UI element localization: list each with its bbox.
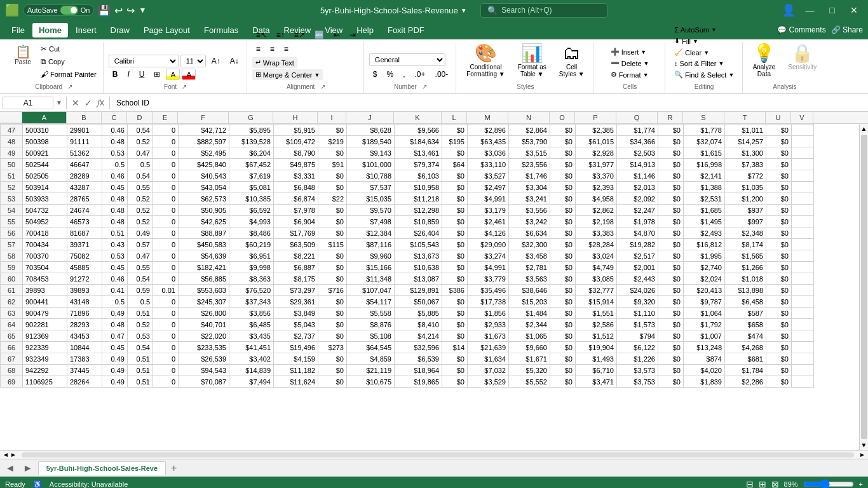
cell-p[interactable]: $3,471 xyxy=(576,376,617,388)
col-header-e[interactable]: E xyxy=(153,112,178,123)
cell-n[interactable]: $5,320 xyxy=(509,365,550,376)
scroll-right-btn[interactable]: ► xyxy=(10,451,17,458)
cell-g[interactable]: $14,839 xyxy=(229,365,274,376)
cell-o[interactable]: $0 xyxy=(550,182,576,193)
cell-n[interactable]: $6,634 xyxy=(509,227,550,239)
cell-g[interactable]: $8,363 xyxy=(229,273,274,285)
cell-t[interactable]: $2,286 xyxy=(725,376,766,388)
cell-c[interactable]: 0.48 xyxy=(102,216,128,227)
cell-i[interactable]: $91 xyxy=(318,159,347,170)
cell-e[interactable]: 0 xyxy=(153,227,179,239)
cell-s[interactable]: $1,792 xyxy=(684,319,725,330)
merge-center-button[interactable]: ⊞ Merge & Center ▼ xyxy=(252,69,323,80)
cell-s[interactable]: $13,248 xyxy=(684,342,725,353)
table-row[interactable]: 47500310299010.460.540$42,712$5,895$5,91… xyxy=(1,125,814,136)
search-placeholder[interactable]: Search (Alt+Q) xyxy=(501,6,552,15)
cell-n[interactable]: $1,484 xyxy=(509,308,550,319)
cell-h[interactable]: $6,887 xyxy=(274,262,318,273)
cell-p[interactable]: $1,551 xyxy=(576,308,617,319)
cell-j[interactable]: $64,545 xyxy=(347,342,395,353)
scroll-down-btn[interactable]: ▼ xyxy=(861,442,867,449)
cell-u[interactable]: $0 xyxy=(766,296,792,308)
cell-s[interactable]: $9,787 xyxy=(684,296,725,308)
cell-d[interactable]: 0.51 xyxy=(128,353,153,365)
conditional-formatting-button[interactable]: 🎨 ConditionalFormatting ▼ xyxy=(461,40,510,80)
cell-h[interactable]: $3,331 xyxy=(274,170,318,182)
cell-q[interactable]: $794 xyxy=(617,330,658,342)
h-scroll-thumb[interactable] xyxy=(22,452,854,458)
wrap-text-button[interactable]: ↵ Wrap Text xyxy=(252,57,297,68)
cell-v[interactable] xyxy=(792,170,814,182)
cell-a[interactable]: 500398 xyxy=(23,136,67,147)
cell-d[interactable]: 0.5 xyxy=(128,296,153,308)
table-row[interactable]: 51502505282890.460.540$40,543$7,619$3,33… xyxy=(1,170,814,182)
col-header-k[interactable]: K xyxy=(394,112,442,123)
cell-r[interactable]: $0 xyxy=(658,330,684,342)
cell-o[interactable]: $0 xyxy=(550,205,576,216)
cell-j[interactable]: $8,628 xyxy=(347,125,395,136)
cell-u[interactable]: $0 xyxy=(766,353,792,365)
cell-f[interactable]: $52,495 xyxy=(179,147,229,159)
cell-i[interactable]: $716 xyxy=(318,285,347,296)
cell-c[interactable]: 0.45 xyxy=(102,262,128,273)
cell-a[interactable]: 922339 xyxy=(23,342,67,353)
font-size-select[interactable]: 11 xyxy=(180,55,206,67)
cell-m[interactable]: $2,896 xyxy=(468,125,509,136)
cell-j[interactable]: $4,859 xyxy=(347,353,395,365)
cell-b[interactable]: 75082 xyxy=(67,250,102,262)
col-header-g[interactable]: G xyxy=(229,112,273,123)
cell-h[interactable]: $109,472 xyxy=(274,136,318,147)
cell-g[interactable]: $5,081 xyxy=(229,182,274,193)
cell-o[interactable]: $0 xyxy=(550,227,576,239)
cell-k[interactable]: $50,067 xyxy=(395,296,442,308)
cell-l[interactable]: $0 xyxy=(442,365,468,376)
cell-n[interactable]: $2,344 xyxy=(509,319,550,330)
table-row[interactable]: 66922339108440.450.540$233,535$41,451$19… xyxy=(1,342,814,353)
table-row[interactable]: 65912369434530.470.530$22,020$3,435$2,73… xyxy=(1,330,814,342)
cell-a[interactable]: 502505 xyxy=(23,170,67,182)
cell-q[interactable]: $1,573 xyxy=(617,319,658,330)
table-row[interactable]: 691106925282640.490.510$70,087$7,494$11,… xyxy=(1,376,814,388)
normal-view-btn[interactable]: ⊟ xyxy=(746,479,754,488)
cell-o[interactable]: $0 xyxy=(550,193,576,205)
col-header-u[interactable]: U xyxy=(766,112,791,123)
cell-s[interactable]: $1,995 xyxy=(684,250,725,262)
col-header-o[interactable]: O xyxy=(550,112,575,123)
col-header-r[interactable]: R xyxy=(658,112,683,123)
table-row[interactable]: 49500921513620.530.470$52,495$6,204$8,79… xyxy=(1,147,814,159)
cell-f[interactable]: $882,597 xyxy=(179,136,229,147)
cell-q[interactable]: $3,573 xyxy=(617,365,658,376)
cell-i[interactable]: $273 xyxy=(318,342,347,353)
fill-button[interactable]: ⬇ Fill ▼ xyxy=(671,36,737,46)
horizontal-scrollbar[interactable]: ◄ ► ► xyxy=(0,450,868,459)
sheet-grid[interactable]: 47500310299010.460.540$42,712$5,895$5,91… xyxy=(0,124,859,450)
cell-p[interactable]: $4,958 xyxy=(576,193,617,205)
cell-t[interactable]: $937 xyxy=(725,205,766,216)
cell-j[interactable]: $7,498 xyxy=(347,216,395,227)
cell-b[interactable]: 91111 xyxy=(67,136,102,147)
dec-increase-btn[interactable]: .0+ xyxy=(411,69,430,80)
cell-o[interactable]: $0 xyxy=(550,319,576,330)
cell-q[interactable]: $4,870 xyxy=(617,227,658,239)
col-header-d[interactable]: D xyxy=(127,112,153,123)
menu-home[interactable]: Home xyxy=(32,23,68,37)
cell-g[interactable]: $7,619 xyxy=(229,170,274,182)
cell-j[interactable]: $11,348 xyxy=(347,273,395,285)
cell-a[interactable]: 39893 xyxy=(23,285,67,296)
cell-h[interactable]: $6,904 xyxy=(274,216,318,227)
cell-a[interactable]: 503933 xyxy=(23,193,67,205)
table-row[interactable]: 54504732246740.480.520$50,905$6,592$7,97… xyxy=(1,205,814,216)
cell-m[interactable]: $1,634 xyxy=(468,353,509,365)
cell-i[interactable]: $0 xyxy=(318,273,347,285)
cell-f[interactable]: $425,840 xyxy=(179,159,229,170)
cell-j[interactable]: $9,960 xyxy=(347,250,395,262)
cell-n[interactable]: $2,864 xyxy=(509,125,550,136)
cell-f[interactable]: $54,639 xyxy=(179,250,229,262)
cell-o[interactable]: $0 xyxy=(550,250,576,262)
cell-d[interactable]: 0.52 xyxy=(128,193,153,205)
cell-l[interactable]: $0 xyxy=(442,319,468,330)
cell-d[interactable]: 0.55 xyxy=(128,262,153,273)
cell-j[interactable]: $189,540 xyxy=(347,136,395,147)
vertical-scrollbar[interactable]: ▲ ▼ xyxy=(859,124,868,450)
cell-l[interactable]: $0 xyxy=(442,262,468,273)
